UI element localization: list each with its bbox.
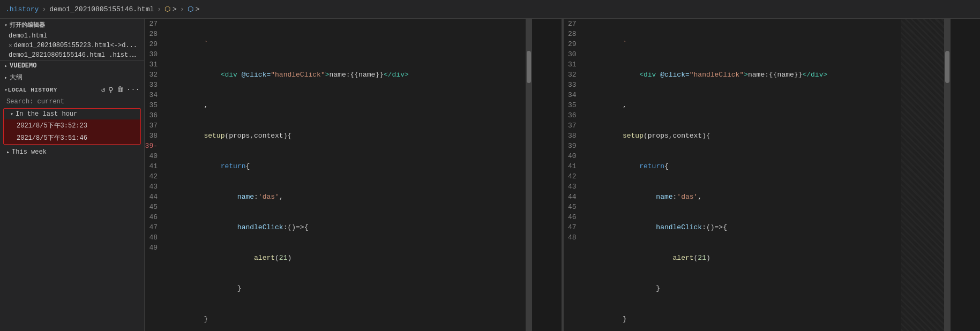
code-line-r28: <div @click="handleClick">name:{{name}}<… [589,70,902,80]
lh-time-1: 2021/8/5下午3:51:46 [17,134,87,142]
open-files-label: ▾ 打开的编辑器 [0,19,144,31]
left-code-content: 27 28 29 30 31 32 33 34 35 36 37 38 39- … [145,19,562,331]
code-line-r35: } [589,283,902,294]
close-icon-0[interactable]: ✕ [9,42,12,49]
code-line-r30: setup(props,context){ [589,131,902,141]
file-name-0: demo1.html [9,32,47,40]
code-line-l27: ` [170,39,526,49]
right-minimap [951,19,980,331]
ln-39: 39- [147,141,162,151]
code-line-l30: setup(props,context){ [170,131,526,141]
lh-icon-group: ↺ ⚲ 🗑 ··· [101,86,140,94]
ln-33: 33 [147,80,162,90]
this-week-section[interactable]: ▸ This week [0,147,144,157]
lh-refresh-icon[interactable]: ↺ [101,86,106,94]
lh-item-1[interactable]: 2021/8/5下午3:51:46 [4,132,140,144]
code-line-l34: alert(21) [170,253,526,263]
code-line-r31: return{ [589,161,902,171]
code-line-r27: ` [589,39,902,49]
code-line-r32: name:'das', [589,192,902,202]
code-line-r36: } [589,314,902,324]
code-line-l31: return{ [170,161,526,171]
left-line-numbers: 27 28 29 30 31 32 33 34 35 36 37 38 39- … [145,19,166,331]
ln-28: 28 [147,29,162,39]
file-name-1: demo1_20210805155223.html<->d... [14,42,137,49]
code-line-r34: alert(21) [589,253,902,263]
code-line-l33: handleClick:()=>{ [170,222,526,232]
ln-34: 34 [147,90,162,100]
local-history-section: ▾ LOCAL HISTORY ↺ ⚲ 🗑 ··· Search: curren… [0,84,144,331]
ln-48: 48 [147,232,162,243]
ln-47: 47 [147,222,162,232]
left-code-lines[interactable]: ` <div @click="handleClick">name:{{name}… [166,19,526,331]
dagao-label: 大纲 [10,73,23,82]
right-scrollbar[interactable] [944,19,951,331]
code-line-l32: name:'das', [170,192,526,202]
right-code-content: 27 28 29 30 31 32 33 34 35 36 37 38 39 4… [564,19,981,331]
code-line-r29: , [589,100,902,110]
ln-29: 29 [147,39,162,49]
code-area: 27 28 29 30 31 32 33 34 35 36 37 38 39- … [145,19,980,331]
ln-41: 41 [147,161,162,171]
sidebar-file-demo1-146[interactable]: demo1_20210805155146.html .hist... [0,50,144,60]
ln-43: 43 [147,182,162,192]
vuedemo-caret: ▸ [4,63,8,69]
last-hour-label: In the last hour [16,110,77,118]
open-files-section: ▾ 打开的编辑器 demo1.html ✕demo1_2021080515522… [0,19,144,61]
breadcrumb: .history › demo1_20210805155146.html › ⬡… [5,5,200,13]
lh-search-icon[interactable]: ⚲ [108,86,114,94]
left-code-panel: 27 28 29 30 31 32 33 34 35 36 37 38 39- … [145,19,562,331]
left-scrollbar[interactable] [526,19,532,331]
ln-35: 35 [147,100,162,110]
left-scroll-thumb[interactable] [527,51,531,83]
ln-30: 30 [147,49,162,59]
this-week-caret: ▸ [6,149,10,155]
open-files-title: 打开的编辑器 [10,21,45,29]
local-history-header: ▾ LOCAL HISTORY ↺ ⚲ 🗑 ··· [0,84,144,96]
ln-42: 42 [147,171,162,182]
sidebar-file-demo1-223[interactable]: ✕demo1_20210805155223.html<->d... [0,41,144,50]
breadcrumb-script-icon: ⬡ [188,5,193,13]
ln-38: 38 [147,131,162,141]
lh-time-0: 2021/8/5下午3:52:23 [17,122,87,130]
lh-more-icon[interactable]: ··· [126,86,140,94]
right-hatch-area [901,19,944,331]
breadcrumb-html-icon: ⬡ [164,5,170,13]
this-week-label: This week [12,148,47,156]
file-name-2: demo1_20210805155146.html .hist... [9,51,140,59]
lh-item-0[interactable]: 2021/8/5下午3:52:23 [4,119,140,132]
code-line-l35: } [170,283,526,294]
right-code-panel: 27 28 29 30 31 32 33 34 35 36 37 38 39 4… [564,19,981,331]
ln-40: 40 [147,151,162,161]
top-bar: .history › demo1_20210805155146.html › ⬡… [0,0,980,19]
right-code-lines[interactable]: ` <div @click="handleClick">name:{{name}… [585,19,902,331]
open-files-caret: ▾ [4,22,8,28]
breadcrumb-history[interactable]: .history [5,5,39,13]
code-line-l29: , [170,100,526,110]
breadcrumb-html[interactable]: > [173,5,177,13]
ln-31: 31 [147,59,162,70]
breadcrumb-sep2: › [157,5,161,13]
ln-27: 27 [147,19,162,29]
left-minimap [532,19,562,331]
sidebar-dagao[interactable]: ▸ 大纲 [0,71,144,84]
vuedemo-label: VUEDEMO [10,62,36,70]
breadcrumb-file[interactable]: demo1_20210805155146.html [49,5,154,13]
breadcrumb-script[interactable]: > [196,5,200,13]
sidebar-vuedemo[interactable]: ▸ VUEDEMO [0,61,144,71]
last-hour-header[interactable]: ▾ In the last hour [4,109,140,119]
ln-37: 37 [147,121,162,131]
ln-49: 49 [147,243,162,253]
code-line-l36: } [170,314,526,324]
last-hour-caret: ▾ [10,111,13,117]
main-layout: ▾ 打开的编辑器 demo1.html ✕demo1_2021080515522… [0,19,980,331]
dagao-caret: ▸ [4,74,8,81]
ln-45: 45 [147,202,162,212]
right-scroll-thumb[interactable] [945,51,949,83]
lh-title: LOCAL HISTORY [8,87,101,93]
ln-32: 32 [147,70,162,80]
lh-delete-icon[interactable]: 🗑 [117,86,124,94]
search-label: Search: current [6,98,64,106]
breadcrumb-sep1: › [42,5,46,13]
sidebar-file-demo1[interactable]: demo1.html [0,31,144,41]
